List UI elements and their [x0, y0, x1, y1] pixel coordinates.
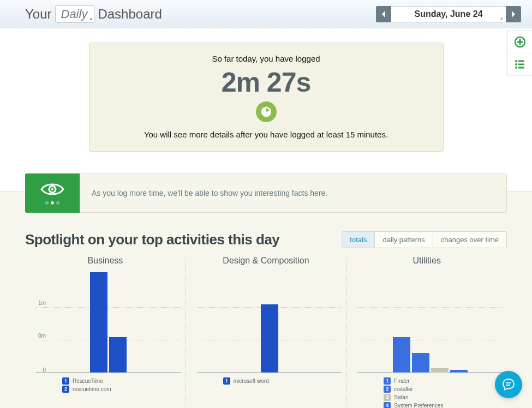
chart-legend: 1RescueTime2rescuetime.com — [29, 377, 181, 393]
legend-badge: 2 — [62, 386, 69, 393]
insight-text: As you log more time, we'll be able to s… — [80, 173, 507, 213]
period-selector[interactable]: Daily — [55, 5, 95, 23]
legend-label: Finder — [394, 377, 409, 385]
bar[interactable] — [431, 368, 449, 373]
legend-item[interactable]: 3Safari — [384, 393, 503, 401]
legend-item[interactable]: 2installer — [384, 385, 503, 393]
chart-area — [357, 269, 503, 373]
bar[interactable] — [261, 304, 278, 373]
next-day-button[interactable] — [506, 6, 521, 22]
clock-icon — [260, 106, 272, 118]
summary-card: So far today, you have logged 2m 27s You… — [89, 43, 444, 152]
legend-label: Safari — [394, 393, 408, 401]
bars — [197, 269, 342, 373]
side-actions — [507, 31, 532, 75]
insight-icon-box — [25, 173, 80, 213]
chart-col-0: Business 1RescueTime2rescuetime.com — [25, 256, 186, 408]
clock-badge — [256, 101, 277, 122]
plus-circle-icon — [513, 35, 527, 49]
chart-title: Business — [29, 256, 181, 266]
title-your: Your — [25, 7, 52, 22]
bar[interactable] — [412, 353, 429, 373]
svg-point-5 — [515, 63, 517, 65]
svg-rect-8 — [518, 67, 524, 68]
svg-point-11 — [51, 188, 53, 190]
svg-point-7 — [515, 67, 517, 69]
legend-item[interactable]: 1RescueTime — [62, 377, 181, 385]
legend-label: System Preferences — [394, 401, 443, 408]
charts-row: 1m 0m 0 Business 1RescueTime2rescuetime.… — [25, 256, 507, 408]
list-icon — [513, 58, 527, 71]
bar[interactable] — [90, 272, 107, 373]
spotlight-title: Spotlight on your top activities this da… — [25, 231, 279, 248]
summary-intro: So far today, you have logged — [100, 54, 432, 63]
legend-badge: 1 — [223, 377, 230, 385]
top-bar: Your Daily Dashboard Sunday, June 24 — [0, 0, 532, 28]
legend-item[interactable]: 2rescuetime.com — [62, 385, 181, 393]
svg-point-3 — [515, 60, 517, 62]
legend-badge: 1 — [384, 377, 391, 385]
summary-detail: You will see more details after you have… — [100, 130, 432, 139]
bars — [357, 269, 503, 373]
legend-label: RescueTime — [73, 377, 103, 385]
view-tabs: totals daily patterns changes over time — [342, 231, 507, 248]
bar[interactable] — [393, 337, 410, 373]
prev-day-button[interactable] — [376, 6, 391, 22]
eye-icon — [40, 182, 64, 197]
chart-col-2: Utilities 1Finder2installer3Safari4Syste… — [346, 256, 507, 408]
svg-rect-2 — [517, 41, 523, 43]
summary-time: 2m 27s — [100, 67, 432, 98]
legend-badge: 2 — [384, 386, 391, 393]
tab-totals[interactable]: totals — [342, 231, 375, 248]
tab-changes-over-time[interactable]: changes over time — [433, 231, 507, 248]
chart-col-1: Design & Composition 1microsoft word — [186, 256, 346, 408]
legend-item[interactable]: 1microsoft word — [223, 377, 342, 385]
carousel-dots — [45, 201, 59, 205]
chart-legend: 1microsoft word — [190, 377, 342, 385]
legend-badge: 1 — [62, 377, 69, 385]
legend-item[interactable]: 4System Preferences — [384, 401, 503, 408]
legend-label: installer — [394, 385, 413, 393]
page-title: Your Daily Dashboard — [25, 5, 162, 23]
chart-title: Design & Composition — [190, 256, 342, 266]
list-button[interactable] — [507, 53, 532, 75]
tab-daily-patterns[interactable]: daily patterns — [375, 231, 433, 248]
legend-badge: 3 — [384, 394, 391, 401]
bar[interactable] — [450, 370, 468, 373]
chat-fab[interactable] — [495, 371, 522, 398]
add-button[interactable] — [507, 31, 532, 53]
insight-row: As you log more time, we'll be able to s… — [25, 173, 507, 213]
spotlight-section: Spotlight on your top activities this da… — [25, 231, 507, 408]
chart-title: Utilities — [351, 256, 503, 266]
title-dashboard: Dashboard — [98, 7, 162, 22]
spotlight-header: Spotlight on your top activities this da… — [25, 231, 507, 248]
chart-area — [197, 269, 342, 373]
legend-badge: 4 — [384, 402, 391, 408]
date-navigator: Sunday, June 24 — [376, 6, 521, 22]
chart-legend: 1Finder2installer3Safari4System Preferen… — [351, 377, 503, 408]
chevron-right-icon — [511, 11, 516, 17]
svg-rect-6 — [518, 63, 524, 65]
legend-item[interactable]: 1Finder — [384, 377, 503, 385]
bar[interactable] — [109, 337, 127, 373]
legend-label: rescuetime.com — [73, 385, 111, 393]
svg-rect-4 — [518, 60, 524, 62]
bars — [36, 269, 181, 373]
legend-label: microsoft word — [234, 377, 269, 385]
chevron-left-icon — [381, 11, 386, 17]
chart-area — [36, 269, 181, 373]
chat-icon — [501, 377, 516, 392]
date-display[interactable]: Sunday, June 24 — [391, 6, 506, 22]
